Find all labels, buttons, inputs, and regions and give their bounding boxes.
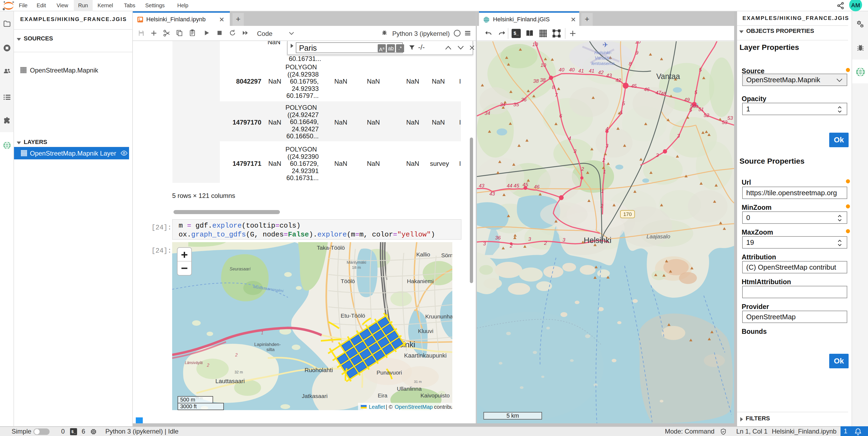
svg-text:10: 10	[532, 41, 538, 47]
svg-text:1: 1	[261, 330, 264, 335]
svg-text:Taka-Töölö: Taka-Töölö	[317, 244, 345, 251]
svg-text:2: 2	[600, 203, 603, 209]
svg-text:silta: silta	[267, 347, 275, 352]
svg-text:Seurasaari: Seurasaari	[229, 267, 251, 271]
svg-text:38: 38	[540, 77, 546, 83]
svg-text:5: 5	[694, 89, 698, 95]
svg-text:Vantaan: Vantaan	[595, 56, 611, 61]
svg-text:46: 46	[534, 184, 539, 190]
svg-text:| ©: | ©	[386, 404, 393, 410]
svg-text:36: 36	[521, 97, 527, 103]
svg-text:Kruununhaka: Kruununhaka	[425, 313, 452, 320]
svg-text:3: 3	[483, 240, 486, 246]
svg-text:170: 170	[623, 211, 632, 217]
svg-text:2: 2	[581, 166, 584, 172]
svg-text:45: 45	[514, 183, 519, 188]
svg-text:42: 42	[598, 69, 604, 75]
svg-text:31 m: 31 m	[414, 380, 422, 384]
svg-text:2: 2	[207, 363, 209, 368]
svg-text:18 m: 18 m	[352, 265, 361, 270]
svg-text:1: 1	[603, 169, 606, 174]
svg-text:Kluuvi: Kluuvi	[418, 328, 433, 334]
svg-text:✈: ✈	[602, 41, 608, 49]
svg-text:34: 34	[485, 110, 490, 116]
svg-text:2: 2	[509, 243, 513, 248]
svg-text:2: 2	[602, 157, 605, 163]
svg-text:Jatkasaari: Jatkasaari	[302, 393, 328, 399]
svg-text:41: 41	[579, 68, 584, 74]
svg-text:40: 40	[559, 67, 564, 72]
svg-text:OpenStreetMap: OpenStreetMap	[395, 404, 433, 410]
svg-text:51: 51	[698, 107, 704, 112]
svg-text:9: 9	[636, 50, 639, 56]
svg-text:42: 42	[616, 77, 621, 83]
svg-text:lentoasema: lentoasema	[591, 61, 615, 66]
svg-text:Kaivopuisto: Kaivopuisto	[421, 392, 450, 399]
svg-text:5: 5	[689, 107, 692, 113]
svg-text:44: 44	[507, 183, 513, 188]
svg-text:35: 35	[514, 101, 519, 107]
svg-text:Mäntymäki: Mäntymäki	[347, 260, 366, 264]
svg-text:10: 10	[540, 62, 546, 68]
svg-text:45: 45	[631, 83, 637, 88]
svg-text:53: 53	[722, 119, 727, 125]
svg-text:38: 38	[533, 78, 539, 84]
svg-text:10: 10	[635, 41, 641, 45]
svg-text:Kallio: Kallio	[416, 251, 430, 258]
svg-text:8: 8	[552, 84, 555, 90]
svg-text:46: 46	[644, 86, 650, 92]
svg-text:2: 2	[235, 353, 238, 357]
svg-text:Ullanlinna: Ullanlinna	[397, 385, 422, 392]
svg-text:Sörn: Sörn	[441, 252, 452, 258]
svg-text:Töölö: Töölö	[341, 278, 355, 284]
svg-text:4: 4	[568, 135, 571, 141]
svg-text:Lauttasaari: Lauttasaari	[216, 378, 245, 384]
svg-text:41: 41	[589, 68, 595, 74]
svg-text:2: 2	[544, 240, 547, 245]
svg-text:4: 4	[606, 126, 608, 132]
svg-text:36: 36	[495, 235, 501, 240]
svg-text:43: 43	[479, 183, 485, 188]
svg-text:Hakaniemi: Hakaniemi	[407, 278, 433, 284]
svg-text:Helsinki-: Helsinki-	[594, 50, 612, 55]
svg-text:500 m: 500 m	[180, 397, 195, 403]
svg-text:5: 5	[620, 110, 623, 115]
svg-text:Etu-Töölö: Etu-Töölö	[341, 313, 365, 319]
svg-text:Länsiväylä: Länsiväylä	[185, 360, 203, 365]
svg-text:40: 40	[569, 67, 575, 72]
svg-text:32 m: 32 m	[235, 370, 243, 374]
svg-text:3: 3	[528, 236, 531, 241]
svg-text:Vantaa: Vantaa	[656, 72, 680, 81]
svg-text:43: 43	[606, 72, 612, 78]
svg-text:Lapinlahden-: Lapinlahden-	[254, 342, 281, 347]
svg-text:Kaartinkaupunki: Kaartinkaupunki	[404, 352, 447, 359]
svg-text:Eira: Eira	[378, 393, 388, 399]
svg-text:43: 43	[489, 191, 495, 197]
svg-text:45: 45	[523, 182, 528, 187]
svg-text:Leaflet: Leaflet	[369, 404, 385, 410]
svg-text:5: 5	[622, 100, 625, 106]
svg-text:3: 3	[606, 143, 609, 149]
svg-text:52: 52	[704, 112, 709, 118]
svg-text:Helsinki: Helsinki	[584, 235, 612, 244]
svg-text:3000 ft: 3000 ft	[180, 403, 197, 409]
svg-text:3: 3	[656, 152, 659, 158]
svg-text:7: 7	[555, 92, 558, 98]
svg-text:contributors: contributors	[434, 404, 452, 410]
svg-text:3: 3	[574, 148, 577, 154]
svg-text:3: 3	[562, 237, 565, 242]
svg-text:5: 5	[699, 67, 702, 72]
svg-text:48: 48	[660, 91, 666, 96]
svg-text:Punavuori: Punavuori	[377, 369, 402, 376]
svg-text:Laajasalo: Laajasalo	[647, 233, 670, 239]
svg-text:6: 6	[559, 113, 562, 119]
svg-text:Ruoholahti: Ruoholahti	[304, 367, 333, 373]
svg-text:53: 53	[727, 115, 733, 121]
svg-text:3: 3	[677, 133, 680, 139]
svg-text:5 km: 5 km	[506, 412, 519, 419]
svg-text:8: 8	[629, 61, 632, 67]
svg-text:49: 49	[684, 97, 690, 103]
svg-text:1: 1	[601, 188, 604, 194]
